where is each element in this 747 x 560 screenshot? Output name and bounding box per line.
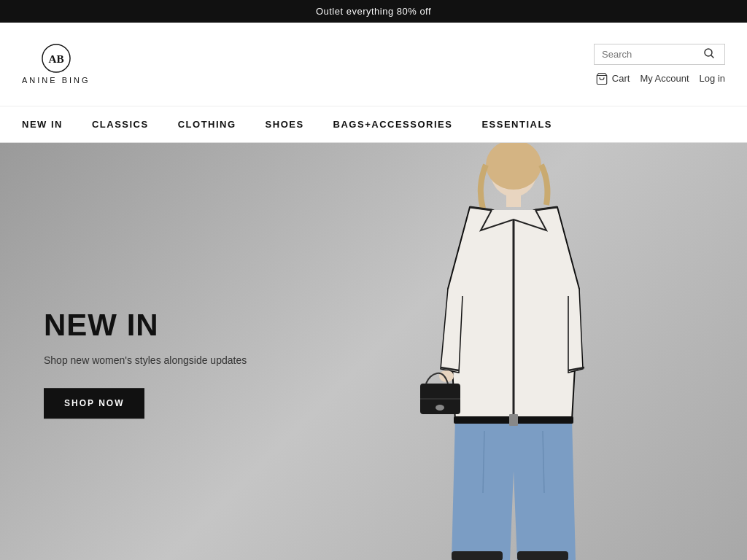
model-svg <box>397 143 630 560</box>
svg-text:AB: AB <box>48 52 63 65</box>
svg-line-3 <box>711 55 713 58</box>
svg-rect-19 <box>452 551 503 560</box>
svg-rect-20 <box>517 551 568 560</box>
logo-icon: AB <box>39 44 74 73</box>
my-account-link[interactable]: My Account <box>640 73 689 84</box>
logo[interactable]: AB ANINE BING <box>22 44 90 85</box>
nav-item-essentials[interactable]: ESSENTIALS <box>481 108 552 141</box>
nav-item-classics[interactable]: CLASSICS <box>92 108 149 141</box>
cart-icon <box>595 72 608 85</box>
search-input[interactable] <box>602 49 704 60</box>
cart-label: Cart <box>612 73 630 84</box>
header-right: Cart My Account Log in <box>594 44 725 85</box>
header: AB ANINE BING Cart <box>0 23 747 106</box>
search-button[interactable] <box>704 48 714 61</box>
announcement-text: Outlet everything 80% off <box>316 6 431 17</box>
svg-rect-12 <box>509 414 518 426</box>
hero-subtitle: Shop new women's styles alongside update… <box>44 354 247 366</box>
nav-item-clothing[interactable]: CLOTHING <box>178 108 236 141</box>
nav-item-new-in[interactable]: NEW IN <box>22 108 63 141</box>
svg-rect-6 <box>506 192 521 207</box>
logo-text: ANINE BING <box>22 76 90 85</box>
hero-title: NEW IN <box>44 308 247 343</box>
nav-bar: NEW IN CLASSICS CLOTHING SHOES BAGS+ACCE… <box>0 106 747 143</box>
svg-point-18 <box>436 405 444 411</box>
announcement-bar: Outlet everything 80% off <box>0 0 747 23</box>
cart-link[interactable]: Cart <box>595 72 630 85</box>
hero-model <box>397 143 630 560</box>
search-icon <box>704 48 714 58</box>
hero-section: NEW IN Shop new women's styles alongside… <box>0 143 747 560</box>
shop-now-button[interactable]: SHOP NOW <box>44 388 144 419</box>
search-row <box>594 44 725 65</box>
hero-content: NEW IN Shop new women's styles alongside… <box>44 308 247 419</box>
nav-list: NEW IN CLASSICS CLOTHING SHOES BAGS+ACCE… <box>22 108 552 141</box>
login-link[interactable]: Log in <box>700 73 725 84</box>
nav-item-bags-accessories[interactable]: BAGS+ACCESSORIES <box>333 108 453 141</box>
account-row: Cart My Account Log in <box>595 72 725 85</box>
nav-item-shoes[interactable]: SHOES <box>266 108 304 141</box>
